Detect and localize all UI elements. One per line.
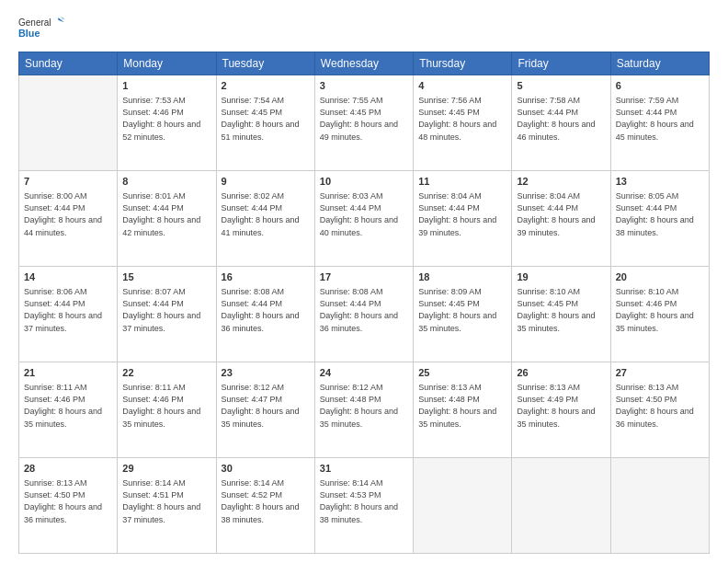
day-info-7: Sunrise: 8:00 AMSunset: 4:44 PMDaylight:… (24, 190, 112, 238)
day-info-27: Sunrise: 8:13 AMSunset: 4:50 PMDaylight:… (616, 382, 704, 430)
day-info-5: Sunrise: 7:58 AMSunset: 4:44 PMDaylight:… (517, 95, 605, 143)
day-info-18: Sunrise: 8:09 AMSunset: 4:45 PMDaylight:… (418, 286, 506, 334)
day-info-6: Sunrise: 7:59 AMSunset: 4:44 PMDaylight:… (616, 95, 704, 143)
calendar-cell-1-5: 12Sunrise: 8:04 AMSunset: 4:44 PMDayligh… (512, 171, 610, 267)
day-number-21: 21 (24, 366, 112, 380)
day-info-29: Sunrise: 8:14 AMSunset: 4:51 PMDaylight:… (122, 477, 210, 525)
header-wednesday: Wednesday (314, 52, 413, 75)
day-info-25: Sunrise: 8:13 AMSunset: 4:48 PMDaylight:… (418, 382, 506, 430)
calendar-cell-2-4: 18Sunrise: 8:09 AMSunset: 4:45 PMDayligh… (414, 267, 512, 362)
calendar-cell-2-0: 14Sunrise: 8:06 AMSunset: 4:44 PMDayligh… (19, 267, 118, 362)
day-number-18: 18 (418, 270, 506, 284)
day-info-3: Sunrise: 7:55 AMSunset: 4:45 PMDaylight:… (320, 95, 408, 143)
page: General Blue SundayMondayTuesdayWednesda… (0, 0, 728, 563)
calendar-cell-3-5: 26Sunrise: 8:13 AMSunset: 4:49 PMDayligh… (512, 362, 610, 458)
week-row-3: 21Sunrise: 8:11 AMSunset: 4:46 PMDayligh… (19, 362, 710, 458)
day-info-16: Sunrise: 8:08 AMSunset: 4:44 PMDaylight:… (222, 286, 310, 334)
calendar-cell-3-1: 22Sunrise: 8:11 AMSunset: 4:46 PMDayligh… (118, 362, 216, 458)
week-row-1: 7Sunrise: 8:00 AMSunset: 4:44 PMDaylight… (19, 171, 710, 267)
day-info-15: Sunrise: 8:07 AMSunset: 4:44 PMDaylight:… (122, 286, 210, 334)
day-number-14: 14 (24, 270, 112, 284)
calendar-cell-4-4 (414, 458, 512, 554)
header-monday: Monday (118, 52, 216, 75)
day-info-10: Sunrise: 8:03 AMSunset: 4:44 PMDaylight:… (320, 190, 408, 238)
day-number-30: 30 (222, 462, 310, 476)
day-info-14: Sunrise: 8:06 AMSunset: 4:44 PMDaylight:… (24, 286, 112, 334)
day-info-31: Sunrise: 8:14 AMSunset: 4:53 PMDaylight:… (320, 477, 408, 525)
day-number-2: 2 (222, 79, 310, 93)
calendar-cell-3-3: 24Sunrise: 8:12 AMSunset: 4:48 PMDayligh… (314, 362, 413, 458)
week-row-2: 14Sunrise: 8:06 AMSunset: 4:44 PMDayligh… (19, 267, 710, 362)
calendar-cell-2-2: 16Sunrise: 8:08 AMSunset: 4:44 PMDayligh… (216, 267, 314, 362)
calendar-cell-0-3: 3Sunrise: 7:55 AMSunset: 4:45 PMDaylight… (314, 75, 413, 171)
calendar-cell-3-4: 25Sunrise: 8:13 AMSunset: 4:48 PMDayligh… (414, 362, 512, 458)
header-friday: Friday (512, 52, 610, 75)
day-number-8: 8 (122, 175, 210, 189)
svg-text:Blue: Blue (18, 28, 40, 39)
week-row-4: 28Sunrise: 8:13 AMSunset: 4:50 PMDayligh… (19, 458, 710, 554)
calendar-cell-4-6 (610, 458, 709, 554)
day-info-8: Sunrise: 8:01 AMSunset: 4:44 PMDaylight:… (122, 190, 210, 238)
svg-text:General: General (18, 18, 51, 29)
day-info-2: Sunrise: 7:54 AMSunset: 4:45 PMDaylight:… (222, 95, 310, 143)
day-number-6: 6 (616, 79, 704, 93)
calendar-header-row: SundayMondayTuesdayWednesdayThursdayFrid… (19, 52, 710, 75)
calendar-table: SundayMondayTuesdayWednesdayThursdayFrid… (18, 52, 710, 554)
calendar-cell-3-2: 23Sunrise: 8:12 AMSunset: 4:47 PMDayligh… (216, 362, 314, 458)
day-number-29: 29 (122, 462, 210, 476)
day-number-24: 24 (320, 366, 408, 380)
day-info-24: Sunrise: 8:12 AMSunset: 4:48 PMDaylight:… (320, 382, 408, 430)
day-info-20: Sunrise: 8:10 AMSunset: 4:46 PMDaylight:… (616, 286, 704, 334)
day-info-17: Sunrise: 8:08 AMSunset: 4:44 PMDaylight:… (320, 286, 408, 334)
header-tuesday: Tuesday (216, 52, 314, 75)
calendar-cell-4-2: 30Sunrise: 8:14 AMSunset: 4:52 PMDayligh… (216, 458, 314, 554)
calendar-cell-0-6: 6Sunrise: 7:59 AMSunset: 4:44 PMDaylight… (610, 75, 709, 171)
svg-marker-3 (62, 17, 64, 21)
header-saturday: Saturday (610, 52, 709, 75)
calendar-cell-1-2: 9Sunrise: 8:02 AMSunset: 4:44 PMDaylight… (216, 171, 314, 267)
day-info-1: Sunrise: 7:53 AMSunset: 4:46 PMDaylight:… (122, 95, 210, 143)
day-number-26: 26 (517, 366, 605, 380)
week-row-0: 1Sunrise: 7:53 AMSunset: 4:46 PMDaylight… (19, 75, 710, 171)
day-number-12: 12 (517, 175, 605, 189)
day-number-25: 25 (418, 366, 506, 380)
day-number-13: 13 (616, 175, 704, 189)
calendar-cell-1-1: 8Sunrise: 8:01 AMSunset: 4:44 PMDaylight… (118, 171, 216, 267)
day-number-11: 11 (418, 175, 506, 189)
calendar-cell-1-4: 11Sunrise: 8:04 AMSunset: 4:44 PMDayligh… (414, 171, 512, 267)
day-info-9: Sunrise: 8:02 AMSunset: 4:44 PMDaylight:… (222, 190, 310, 238)
calendar-cell-4-1: 29Sunrise: 8:14 AMSunset: 4:51 PMDayligh… (118, 458, 216, 554)
calendar-cell-4-5 (512, 458, 610, 554)
day-info-28: Sunrise: 8:13 AMSunset: 4:50 PMDaylight:… (24, 477, 112, 525)
calendar-cell-1-0: 7Sunrise: 8:00 AMSunset: 4:44 PMDaylight… (19, 171, 118, 267)
calendar-cell-3-0: 21Sunrise: 8:11 AMSunset: 4:46 PMDayligh… (19, 362, 118, 458)
day-number-4: 4 (418, 79, 506, 93)
day-number-5: 5 (517, 79, 605, 93)
calendar-cell-0-0 (19, 75, 118, 171)
calendar-cell-4-3: 31Sunrise: 8:14 AMSunset: 4:53 PMDayligh… (314, 458, 413, 554)
day-info-19: Sunrise: 8:10 AMSunset: 4:45 PMDaylight:… (517, 286, 605, 334)
calendar-cell-0-1: 1Sunrise: 7:53 AMSunset: 4:46 PMDaylight… (118, 75, 216, 171)
day-number-15: 15 (122, 270, 210, 284)
day-number-23: 23 (222, 366, 310, 380)
calendar-cell-0-2: 2Sunrise: 7:54 AMSunset: 4:45 PMDaylight… (216, 75, 314, 171)
day-number-1: 1 (122, 79, 210, 93)
day-info-30: Sunrise: 8:14 AMSunset: 4:52 PMDaylight:… (222, 477, 310, 525)
calendar-cell-0-5: 5Sunrise: 7:58 AMSunset: 4:44 PMDaylight… (512, 75, 610, 171)
logo-svg: General Blue (18, 15, 64, 42)
day-number-31: 31 (320, 462, 408, 476)
day-number-17: 17 (320, 270, 408, 284)
calendar-cell-0-4: 4Sunrise: 7:56 AMSunset: 4:45 PMDaylight… (414, 75, 512, 171)
day-number-7: 7 (24, 175, 112, 189)
header-thursday: Thursday (414, 52, 512, 75)
calendar-cell-2-6: 20Sunrise: 8:10 AMSunset: 4:46 PMDayligh… (610, 267, 709, 362)
day-number-27: 27 (616, 366, 704, 380)
day-number-28: 28 (24, 462, 112, 476)
day-info-23: Sunrise: 8:12 AMSunset: 4:47 PMDaylight:… (222, 382, 310, 430)
day-info-4: Sunrise: 7:56 AMSunset: 4:45 PMDaylight:… (418, 95, 506, 143)
day-number-16: 16 (222, 270, 310, 284)
calendar-cell-2-1: 15Sunrise: 8:07 AMSunset: 4:44 PMDayligh… (118, 267, 216, 362)
calendar-cell-2-3: 17Sunrise: 8:08 AMSunset: 4:44 PMDayligh… (314, 267, 413, 362)
logo: General Blue (18, 15, 64, 42)
day-info-21: Sunrise: 8:11 AMSunset: 4:46 PMDaylight:… (24, 382, 112, 430)
